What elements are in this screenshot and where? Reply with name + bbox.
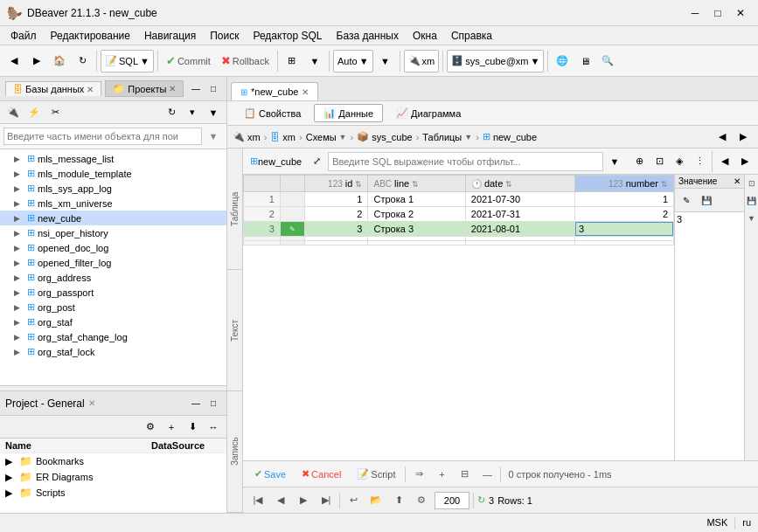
menu-edit[interactable]: Редактирование xyxy=(44,28,137,44)
rollback-button[interactable]: ✖ Rollback xyxy=(217,50,274,73)
tree-item-org-staf[interactable]: ▶ ⊞ org_staf xyxy=(0,314,226,329)
cell-id[interactable]: 2 xyxy=(304,207,368,222)
sub-tab-diagram[interactable]: 📈 Диаграмма xyxy=(386,104,470,122)
db-search-input[interactable] xyxy=(3,128,202,145)
editor-tab-new-cube[interactable]: ⊞ *new_cube ✕ xyxy=(231,82,318,100)
refresh-toolbar-button[interactable]: ↻ xyxy=(72,49,93,73)
bc-nav-back[interactable]: ◀ xyxy=(713,127,732,148)
grid-options-btn[interactable]: ⋮ xyxy=(690,151,709,172)
nav-prev-btn[interactable]: ◀ xyxy=(271,491,290,510)
col-header-number[interactable]: 123 number ⇅ xyxy=(575,176,674,192)
tree-item-org-passport[interactable]: ▶ ⊞ org_passport xyxy=(0,285,226,300)
maximize-button[interactable]: □ xyxy=(707,3,728,23)
new-cube-label-btn[interactable]: ⊞ new_cube xyxy=(247,151,305,172)
nav-delete-btn[interactable]: — xyxy=(477,465,497,484)
menu-sql-editor[interactable]: Редактор SQL xyxy=(246,28,329,44)
value-edit-btn[interactable]: ✎ xyxy=(677,190,696,211)
bc-schemas-dropdown[interactable]: ▼ xyxy=(339,133,347,142)
format-button[interactable]: ⊞ xyxy=(282,49,303,73)
bc-xm-icon[interactable]: 🔌 xm xyxy=(233,131,261,142)
cell-date[interactable]: 2021-07-31 xyxy=(465,207,574,222)
close-button[interactable]: ✕ xyxy=(730,3,751,23)
project-add-button[interactable]: + xyxy=(162,417,181,438)
col-header-id[interactable]: 123 id ⇅ xyxy=(304,176,368,192)
grid-nav-back[interactable]: ◀ xyxy=(715,151,734,172)
col-sort-icon[interactable]: ⇅ xyxy=(355,180,362,189)
sub-tab-properties[interactable]: 📋 Свойства xyxy=(234,104,310,122)
menu-windows[interactable]: Окна xyxy=(406,28,444,44)
tree-item-nsi-oper-history[interactable]: ▶ ⊞ nsi_oper_history xyxy=(0,225,226,240)
cell-number[interactable]: 1 xyxy=(575,192,674,207)
commit-button[interactable]: ✔ Commit xyxy=(162,50,215,73)
cell-edit-input[interactable] xyxy=(575,222,673,236)
tree-item-mls-xm-universe[interactable]: ▶ ⊞ mls_xm_universe xyxy=(0,196,226,211)
projects-tab-close[interactable]: ✕ xyxy=(169,84,176,93)
cell-id[interactable]: 1 xyxy=(304,192,368,207)
project-max-button[interactable]: □ xyxy=(205,396,221,411)
project-gear-button[interactable]: ⚙ xyxy=(141,417,160,438)
tab-close-icon[interactable]: ✕ xyxy=(302,87,309,97)
row-count-input[interactable]: 200 xyxy=(435,492,469,509)
db-collapse-button[interactable]: ▾ xyxy=(183,102,202,123)
tree-item-mls-module-template[interactable]: ▶ ⊞ mls_module_template xyxy=(0,166,226,181)
minimize-button[interactable]: ─ xyxy=(685,3,706,23)
syscube-dropdown[interactable]: 🗄️ sys_cube@xm ▼ xyxy=(447,50,544,73)
nav-next-btn[interactable]: ▶ xyxy=(294,491,313,510)
cell-date[interactable]: 2021-08-01 xyxy=(465,222,574,237)
db-tab-close[interactable]: ✕ xyxy=(87,85,94,94)
vert-label-table[interactable]: Таблица xyxy=(227,149,242,269)
forward-button[interactable]: ▶ xyxy=(26,49,47,73)
format-arrow[interactable]: ▼ xyxy=(304,49,325,73)
panel-min-button[interactable]: — xyxy=(188,81,204,97)
nav-refresh-btn[interactable]: ↩ xyxy=(344,491,363,510)
nav-open-btn[interactable]: 📂 xyxy=(366,491,386,510)
value-save-btn[interactable]: 💾 xyxy=(697,190,716,211)
db-new-button[interactable]: 🔌 xyxy=(3,102,23,123)
sub-tab-data[interactable]: 📊 Данные xyxy=(314,104,383,122)
bc-schemas[interactable]: Схемы ▼ xyxy=(306,132,347,142)
tree-item-org-staf-change-log[interactable]: ▶ ⊞ org_staf_change_log xyxy=(0,329,226,344)
bc-tables-dropdown[interactable]: ▼ xyxy=(464,133,472,142)
bc-xm2[interactable]: 🗄 xm xyxy=(270,132,296,142)
projects-panel-tab[interactable]: 📁 Проекты ✕ xyxy=(105,80,184,97)
project-item-er-diagrams[interactable]: ▶ 📁 ER Diagrams xyxy=(0,469,226,485)
cell-date[interactable]: 2021-07-30 xyxy=(465,192,574,207)
cell-line[interactable]: Строка 1 xyxy=(368,192,465,207)
nav-settings-btn[interactable]: ⚙ xyxy=(412,491,431,510)
project-item-scripts[interactable]: ▶ 📁 Scripts xyxy=(0,485,226,501)
grid-filter-btn[interactable]: ⊡ xyxy=(650,151,669,172)
nav-export-btn[interactable]: ⇒ xyxy=(409,465,428,484)
far-right-btn3[interactable]: ▼ xyxy=(746,210,758,227)
project-min-button[interactable]: — xyxy=(188,396,204,411)
tree-item-opened-filter-log[interactable]: ▶ ⊞ opened_filter_log xyxy=(0,255,226,270)
tree-item-mls-sys-app-log[interactable]: ▶ ⊞ mls_sys_app_log xyxy=(0,181,226,196)
db-refresh-button[interactable]: ↻ xyxy=(162,102,181,123)
save-button[interactable]: ✔ Save xyxy=(248,466,292,482)
auto-dropdown[interactable]: Auto ▼ xyxy=(333,50,373,73)
tree-item-new-cube[interactable]: ▶ ⊞ new_cube xyxy=(0,211,226,225)
tree-item-org-address[interactable]: ▶ ⊞ org_address xyxy=(0,270,226,285)
sql-dropdown[interactable]: 📝 SQL ▼ xyxy=(101,50,154,73)
cell-number[interactable]: 2 xyxy=(575,207,674,222)
db-disconnect-button[interactable]: ✂ xyxy=(45,102,65,123)
project-item-bookmarks[interactable]: ▶ 📁 Bookmarks xyxy=(0,453,226,469)
vert-label-record[interactable]: Запись xyxy=(227,391,242,512)
bc-sys-cube[interactable]: 📦 sys_cube xyxy=(357,131,412,142)
tree-item-org-post[interactable]: ▶ ⊞ org_post xyxy=(0,300,226,314)
nav-first-btn[interactable]: |◀ xyxy=(248,491,268,510)
search-toolbar-button[interactable]: 🔍 xyxy=(597,49,618,73)
menu-help[interactable]: Справка xyxy=(444,28,499,44)
cell-line[interactable]: Строка 2 xyxy=(368,207,465,222)
grid-sort-btn[interactable]: ◈ xyxy=(670,151,689,172)
db-connect-button[interactable]: ⚡ xyxy=(24,102,44,123)
col-sort-icon[interactable]: ⇅ xyxy=(661,180,668,189)
far-right-btn2[interactable]: 💾 xyxy=(746,192,758,210)
tree-item-mls-message-list[interactable]: ▶ ⊞ mls_message_list xyxy=(0,151,226,166)
home-button[interactable]: 🏠 xyxy=(49,49,70,73)
cell-number-editing[interactable] xyxy=(575,222,674,237)
project-export-button[interactable]: ↔ xyxy=(204,417,223,438)
far-right-btn1[interactable]: ⊡ xyxy=(746,175,758,192)
db-panel-tab[interactable]: 🗄 Базы данных ✕ xyxy=(5,81,101,96)
col-sort-icon[interactable]: ⇅ xyxy=(505,180,512,189)
menu-file[interactable]: Файл xyxy=(3,28,44,44)
